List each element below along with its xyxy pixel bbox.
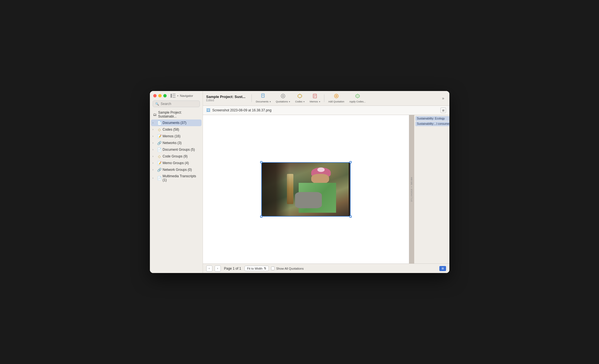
quotations-toolbar-btn[interactable]: Quotations ▾ [274, 93, 293, 104]
svg-rect-3 [172, 97, 176, 98]
add-quotation-icon [334, 94, 339, 100]
codes-toolbar-label: Codes [295, 100, 302, 103]
sidebar-item-label: Code Groups (9) [163, 154, 200, 158]
show-quotations-label: Show All Quotations [276, 267, 304, 270]
next-page-icon: › [217, 267, 218, 270]
project-subtitle: Edited [206, 99, 246, 102]
fit-to-width-label: Fit to Width [247, 267, 263, 270]
sidebar-item-networks[interactable]: › 🔗 Networks (3) [151, 140, 202, 146]
apply-codes-label: Apply Codes... [349, 100, 366, 103]
layout-toggle-icon[interactable]: ⊞ [439, 266, 446, 271]
sidebar-item-label: Memos (16) [163, 134, 200, 138]
add-quotation-label: Add Quotation [328, 100, 344, 103]
toolbar-separator-2 [324, 94, 324, 102]
annotation-tag-0[interactable]: Sustainability: Ecology [415, 116, 449, 121]
apply-codes-btn[interactable]: Apply Codes... [347, 93, 368, 104]
sidebar-item-label: Codes (58) [163, 128, 200, 131]
navigator-toggle[interactable]: ▾ [171, 94, 178, 98]
chevron-documents: › [153, 121, 156, 124]
show-quotations-toggle[interactable]: Show All Quotations [271, 267, 304, 270]
search-icon: 🔍 [155, 102, 159, 106]
toolbar-title-area: Sample Project: Sust... Edited [206, 95, 246, 102]
apply-codes-icon [355, 94, 360, 100]
search-input[interactable] [161, 102, 197, 106]
memos-toolbar-btn[interactable]: Memos ▾ [307, 93, 322, 104]
chevron-docgroups: › [153, 148, 156, 151]
sidebar-item-multimedia[interactable]: › 📄 Multimedia Transcripts (1) [151, 173, 202, 183]
fit-to-width-btn[interactable]: Fit to Width ⇅ [245, 266, 269, 271]
codes-toolbar-btn[interactable]: Codes ▾ [293, 93, 307, 104]
documents-icon: 📄 [157, 121, 162, 125]
document-header: 🖼 Screenshot 2023-08-09 at 16.38.37.png … [203, 106, 449, 115]
shadow-left [261, 162, 290, 217]
sidebar-item-docgroups[interactable]: › 📄 Document Groups (5) [151, 146, 202, 153]
sidebar-item-memogroups[interactable]: › 📝 Memo Groups (4) [151, 160, 202, 166]
navigator-chevron: ▾ [177, 95, 178, 97]
sidebar-item-label: Documents (37) [163, 121, 200, 125]
memos-toolbar-label: Memos [310, 100, 318, 103]
quotations-toolbar-label: Quotations [276, 100, 288, 103]
maximize-button[interactable] [163, 94, 167, 97]
search-box[interactable]: 🔍 [153, 100, 200, 107]
prev-page-icon: ‹ [209, 267, 210, 270]
content-area: Sample Project: Sust... Edited Documents… [203, 91, 449, 273]
minimize-button[interactable] [158, 94, 162, 97]
show-quotations-checkbox[interactable] [271, 267, 275, 270]
handle-top-left[interactable] [260, 161, 262, 163]
sidebar-item-documents[interactable]: › 📄 Documents (37) [151, 119, 202, 126]
expand-icon[interactable]: » [440, 95, 446, 102]
sidebar-items-list: 🗂 Sample Project: Sustainabi... › 📄 Docu… [150, 109, 203, 273]
documents-toolbar-chevron: ▾ [270, 100, 271, 103]
document-page [203, 115, 409, 264]
toolbar: Sample Project: Sust... Edited Documents… [203, 91, 449, 106]
svg-marker-19 [356, 94, 360, 98]
chevron-multimedia: › [153, 177, 156, 179]
documents-toolbar-btn[interactable]: Documents ▾ [253, 93, 273, 104]
handle-bottom-right[interactable] [349, 215, 352, 218]
networks-icon: 🔗 [157, 141, 162, 145]
annotation-tag-1[interactable]: Sustainability:...l consumerism [415, 121, 449, 126]
document-body: 371 | 041816 × 585.684 Sustainability: E… [203, 115, 449, 264]
next-page-btn[interactable]: › [215, 265, 221, 272]
sidebar-item-codegroups[interactable]: › ◇ Code Groups (9) [151, 153, 202, 160]
sidebar-header: ▾ Navigator [150, 91, 203, 99]
traffic-lights [153, 94, 167, 97]
handle-bottom-left[interactable] [260, 215, 262, 218]
sidebar-item-networkgroups[interactable]: › 🔗 Network Groups (0) [151, 166, 202, 173]
sidebar-item-project[interactable]: 🗂 Sample Project: Sustainabi... [151, 109, 202, 119]
documents-toolbar-icon [261, 94, 266, 100]
document-file-icon: 🖼 [206, 108, 210, 112]
annotation-ruler: 371 | 041816 × 585.684 [409, 115, 414, 264]
codes-icon: ◇ [157, 127, 162, 132]
annotation-panel: 371 | 041816 × 585.684 Sustainability: E… [409, 115, 449, 264]
document-filename: Screenshot 2023-08-09 at 16.38.37.png [212, 108, 438, 112]
sidebar-item-memos[interactable]: › 📝 Memos (16) [151, 133, 202, 140]
codegroups-icon: ◇ [157, 154, 162, 159]
svg-marker-10 [298, 94, 302, 98]
toolbar-separator [251, 94, 252, 102]
sidebar-item-codes[interactable]: › ◇ Codes (58) [151, 126, 202, 133]
chevron-networkgroups: › [153, 168, 156, 171]
memos-icon: 📝 [157, 134, 162, 138]
image-wrapper [261, 162, 351, 217]
chevron-memogroups: › [153, 162, 156, 164]
sidebar-item-label: Networks (3) [163, 141, 200, 145]
quotations-toolbar-chevron: ▾ [289, 100, 290, 103]
svg-rect-0 [171, 94, 172, 98]
close-button[interactable] [153, 94, 157, 97]
docgroups-icon: 📄 [157, 147, 162, 152]
sidebar-item-label: Document Groups (5) [163, 148, 200, 152]
chevron-memos: › [153, 135, 156, 138]
face-shape [311, 174, 329, 184]
sidebar-item-label: Memo Groups (4) [163, 161, 200, 165]
add-quotation-btn[interactable]: Add Quotation [326, 93, 347, 104]
project-icon: 🗂 [153, 112, 157, 117]
handle-top-right[interactable] [349, 161, 352, 163]
memos-toolbar-chevron: ▾ [319, 100, 320, 103]
document-image [261, 162, 351, 217]
layout-toggle-btn[interactable]: ⊞ [440, 107, 446, 113]
layout-icon: ⊞ [442, 267, 444, 270]
arm-shape [295, 192, 322, 209]
project-title: Sample Project: Sust... [206, 95, 246, 99]
prev-page-btn[interactable]: ‹ [206, 265, 212, 272]
